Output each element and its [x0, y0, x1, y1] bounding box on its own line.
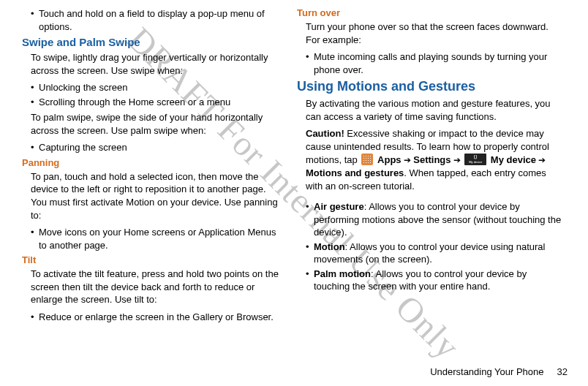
caution-block: Caution! Excessive shaking or impact to … [306, 127, 563, 193]
heading-motions: Using Motions and Gestures [297, 79, 563, 94]
heading-tilt: Tilt [22, 254, 279, 265]
left-column: Touch and hold on a field to display a p… [22, 6, 293, 326]
footer: Understanding Your Phone32 [430, 366, 568, 377]
apps-icon [361, 154, 373, 165]
right-column: Turn over Turn your phone over so that t… [293, 6, 563, 326]
heading-swipe: Swipe and Palm Swipe [22, 36, 279, 48]
feature-motion-label: Motion [314, 241, 345, 252]
my-device-icon: My device [464, 154, 486, 165]
bullet-palm-1: Capturing the screen [31, 141, 279, 154]
footer-section: Understanding Your Phone [430, 366, 543, 377]
caution-mag: Motions and gestures [306, 167, 404, 178]
para-tilt-intro: To activate the tilt feature, press and … [31, 268, 279, 306]
arrow-icon: ➔ [451, 155, 464, 165]
bullet-pan-1: Move icons on your Home screens or Appli… [31, 226, 279, 251]
bullet-turn-1: Mute incoming calls and playing sounds b… [306, 50, 563, 76]
feature-motion: Motion: Allows you to control your devic… [306, 241, 563, 266]
feature-palm-label: Palm motion [314, 268, 371, 279]
caution-settings: Settings [413, 154, 451, 165]
footer-page: 32 [557, 366, 568, 377]
caution-mydevice-label: My device [491, 154, 536, 165]
caution-apps: Apps [377, 154, 402, 165]
page-body: Touch and hold on a field to display a p… [0, 0, 588, 326]
para-turn-intro: Turn your phone over so that the screen … [306, 20, 563, 46]
feature-motion-text: : Allows you to control your device usin… [314, 241, 545, 265]
para-palm-intro: To palm swipe, swipe the side of your ha… [31, 111, 279, 137]
para-motions-intro: By activating the various motion and ges… [306, 97, 563, 123]
svg-rect-0 [475, 155, 477, 159]
caution-label: Caution! [306, 128, 344, 139]
bullet-tilt-1: Reduce or enlarge the screen in the Gall… [31, 311, 279, 324]
para-pan-intro: To pan, touch and hold a selected icon, … [31, 170, 279, 222]
bullet-swipe-1: Unlocking the screen [31, 81, 279, 94]
bullet-swipe-2: Scrolling through the Home screen or a m… [31, 96, 279, 109]
feature-palm: Palm motion: Allows you to control your … [306, 268, 563, 293]
feature-air: Air gesture: Allows you to control your … [306, 200, 563, 239]
arrow-icon: ➔ [536, 155, 546, 165]
bullet-top: Touch and hold on a field to display a p… [31, 7, 279, 33]
heading-panning: Panning [22, 157, 279, 168]
heading-turn-over: Turn over [297, 7, 563, 18]
para-swipe-intro: To swipe, lightly drag your finger verti… [31, 51, 279, 77]
feature-air-label: Air gesture [314, 201, 364, 212]
arrow-icon: ➔ [402, 155, 414, 165]
